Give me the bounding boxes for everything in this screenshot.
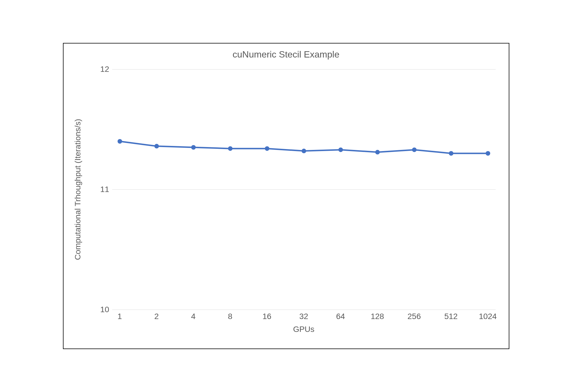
x-tick-label: 2 [154, 312, 159, 321]
gridline [112, 69, 496, 70]
data-point [302, 149, 306, 153]
data-point [191, 145, 196, 150]
chart-title: cuNumeric Stecil Example [64, 49, 509, 60]
x-tick-label: 512 [444, 312, 458, 321]
data-point [375, 150, 380, 155]
data-point [117, 139, 122, 144]
data-point [338, 147, 343, 152]
x-tick-label: 1 [118, 312, 122, 321]
y-tick-label: 11 [92, 185, 109, 194]
gridline [112, 189, 496, 190]
y-axis-title: Computational Trhoughput (Iterations/s) [73, 119, 82, 260]
data-point [412, 147, 416, 152]
plot-area: Computational Trhoughput (Iterations/s) … [112, 69, 496, 310]
data-point [154, 144, 159, 149]
data-point [228, 146, 232, 151]
x-axis-title: GPUs [112, 325, 496, 334]
x-tick-label: 128 [371, 312, 384, 321]
x-tick-label: 256 [407, 312, 421, 321]
data-point [486, 151, 490, 156]
x-tick-label: 8 [228, 312, 232, 321]
x-tick-label: 1024 [479, 312, 497, 321]
y-tick-label: 10 [92, 305, 109, 314]
y-tick-label: 12 [92, 65, 109, 74]
data-point [265, 146, 269, 151]
x-tick-label: 16 [262, 312, 271, 321]
x-tick-label: 32 [299, 312, 308, 321]
x-tick-label: 4 [191, 312, 196, 321]
x-tick-label: 64 [336, 312, 345, 321]
chart-frame: cuNumeric Stecil Example Computational T… [63, 43, 509, 349]
data-point [449, 151, 453, 156]
gridline [112, 310, 496, 310]
